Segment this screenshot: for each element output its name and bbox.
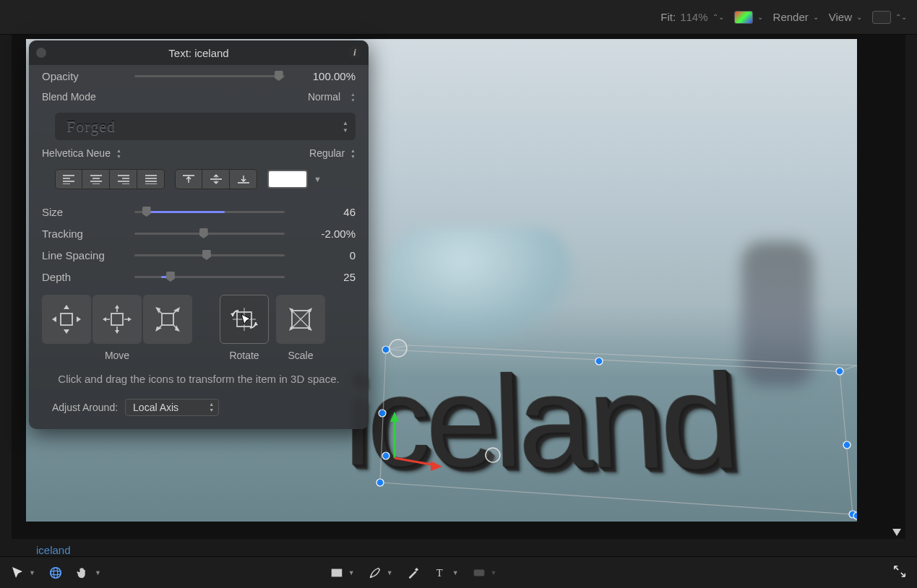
font-family-select[interactable]: Helvetica Neue bbox=[42, 147, 111, 159]
select-tool[interactable]: ▼ bbox=[10, 566, 35, 580]
chevron-down-icon: ▼ bbox=[95, 569, 101, 576]
rotate-tool[interactable] bbox=[220, 295, 269, 344]
size-slider[interactable] bbox=[134, 205, 285, 218]
text-color-well[interactable] bbox=[267, 170, 308, 189]
size-value[interactable]: 46 bbox=[290, 206, 356, 218]
handle-depth-r[interactable] bbox=[853, 512, 857, 519]
chevron-updown-icon: ▲▼ bbox=[209, 402, 214, 412]
handle-br[interactable] bbox=[849, 511, 856, 518]
tracking-value[interactable]: -2.00% bbox=[290, 228, 356, 240]
svg-point-13 bbox=[370, 576, 372, 578]
linespacing-slider[interactable] bbox=[134, 248, 285, 261]
viewer-top-bar: Fit: 114% ⌃⌄ ⌄ Render ⌄ View ⌄ ⌃⌄ bbox=[0, 0, 917, 35]
linespacing-row: Line Spacing 0 bbox=[29, 244, 369, 266]
text-tool[interactable]: T ▼ bbox=[434, 566, 459, 580]
chevron-updown-icon: ▲▼ bbox=[350, 92, 356, 103]
opacity-label: Opacity bbox=[42, 70, 129, 82]
alignment-row: ▼ bbox=[29, 163, 369, 192]
align-justify-button[interactable] bbox=[137, 169, 165, 189]
scale-label: Scale bbox=[288, 350, 313, 361]
tracking-row: Tracking -2.00% bbox=[29, 222, 369, 244]
handle-mr[interactable] bbox=[843, 441, 851, 449]
vertical-align-group bbox=[175, 169, 257, 189]
opacity-row: Opacity 100.00% bbox=[29, 65, 369, 87]
tracking-slider[interactable] bbox=[134, 227, 285, 240]
svg-rect-2 bbox=[61, 314, 72, 325]
mini-timeline-layer-name[interactable]: iceland bbox=[36, 544, 71, 556]
close-dot[interactable] bbox=[36, 48, 46, 58]
fit-label: Fit: bbox=[660, 11, 676, 23]
text-preset-select[interactable]: Forged ▲▼ bbox=[55, 113, 356, 140]
font-style-select[interactable]: Regular bbox=[309, 147, 345, 159]
mask-tool[interactable]: ▼ bbox=[472, 566, 497, 580]
pan-tool[interactable]: ▼ bbox=[76, 566, 101, 580]
hud-titlebar[interactable]: Text: iceland i bbox=[29, 40, 369, 65]
align-left-button[interactable] bbox=[55, 169, 82, 189]
align-center-button[interactable] bbox=[82, 169, 110, 189]
paint-tool[interactable] bbox=[406, 566, 421, 580]
adjust-around-select[interactable]: Local Axis ▲▼ bbox=[125, 399, 219, 416]
chevron-down-icon: ▼ bbox=[29, 569, 35, 576]
align-right-button[interactable] bbox=[110, 169, 137, 189]
text-hud-panel[interactable]: Text: iceland i Opacity 100.00% Blend Mo… bbox=[29, 40, 369, 429]
fit-value: 114% bbox=[680, 11, 707, 23]
depth-slider[interactable] bbox=[134, 270, 285, 283]
blend-row: Blend Mode Normal ▲▼ bbox=[29, 87, 369, 107]
render-menu[interactable]: Render ⌄ bbox=[773, 11, 819, 23]
move-z-tool[interactable] bbox=[143, 295, 192, 344]
chevron-down-icon: ⌄ bbox=[757, 13, 763, 21]
tracking-label: Tracking bbox=[42, 228, 129, 240]
svg-rect-16 bbox=[473, 569, 484, 576]
background-rock bbox=[741, 241, 814, 386]
chevron-updown-icon: ▲▼ bbox=[350, 148, 356, 159]
svg-point-10 bbox=[51, 571, 61, 574]
scale-tool[interactable] bbox=[276, 295, 325, 344]
svg-rect-4 bbox=[162, 314, 173, 325]
playhead-marker[interactable] bbox=[892, 529, 901, 536]
chevron-updown-icon: ▲▼ bbox=[343, 120, 348, 134]
pen-tool[interactable]: ▼ bbox=[368, 566, 393, 580]
svg-point-11 bbox=[53, 567, 57, 578]
3d-transform-tool[interactable] bbox=[48, 566, 63, 580]
rectangle-tool[interactable]: ▼ bbox=[330, 566, 355, 580]
handle-tr[interactable] bbox=[836, 368, 843, 375]
blend-value[interactable]: Normal bbox=[308, 91, 340, 103]
layout-menu[interactable]: ⌃⌄ bbox=[872, 11, 907, 24]
view-menu[interactable]: View ⌄ bbox=[829, 11, 862, 23]
move-xyz-tool[interactable] bbox=[92, 295, 142, 344]
chevron-updown-icon: ⌃⌄ bbox=[712, 13, 724, 21]
adjust-around-label: Adjust Around: bbox=[52, 402, 118, 413]
fit-control[interactable]: Fit: 114% ⌃⌄ bbox=[660, 11, 723, 23]
adjust-around-row: Adjust Around: Local Axis ▲▼ bbox=[29, 389, 369, 416]
info-icon[interactable]: i bbox=[348, 46, 361, 59]
adjust-around-value: Local Axis bbox=[133, 402, 178, 413]
bottom-toolbar: ▼ ▼ ▼ ▼ T ▼ ▼ bbox=[0, 556, 917, 588]
color-channel-menu[interactable]: ⌄ bbox=[734, 11, 763, 24]
svg-text:T: T bbox=[436, 567, 442, 579]
color-disclosure-button[interactable]: ▼ bbox=[311, 175, 322, 183]
render-label: Render bbox=[773, 11, 809, 23]
valign-top-button[interactable] bbox=[175, 169, 202, 189]
blend-label: Blend Mode bbox=[42, 91, 96, 103]
opacity-value[interactable]: 100.00% bbox=[290, 70, 356, 82]
horizontal-align-group bbox=[55, 169, 165, 189]
linespacing-value[interactable]: 0 bbox=[290, 249, 356, 261]
chevron-down-icon: ▼ bbox=[491, 569, 497, 576]
text-3d-object[interactable]: iceland bbox=[344, 344, 739, 500]
transform-hint: Click and drag the icons to transform th… bbox=[29, 361, 369, 389]
depth-row: Depth 25 bbox=[29, 266, 369, 287]
hud-title-text: Text: iceland bbox=[168, 47, 228, 59]
valign-middle-button[interactable] bbox=[202, 169, 230, 189]
move-xy-tool[interactable] bbox=[42, 295, 91, 344]
move-label: Move bbox=[105, 350, 129, 361]
chevron-down-icon: ▼ bbox=[348, 569, 355, 576]
svg-rect-14 bbox=[415, 567, 418, 571]
fullscreen-button[interactable] bbox=[892, 564, 907, 581]
opacity-slider[interactable] bbox=[134, 69, 285, 82]
depth-label: Depth bbox=[42, 271, 129, 283]
depth-value[interactable]: 25 bbox=[290, 271, 356, 283]
cursor-icon bbox=[240, 313, 254, 327]
chevron-down-icon: ▼ bbox=[452, 569, 459, 576]
valign-bottom-button[interactable] bbox=[230, 169, 257, 189]
transform-tool-row: Move Rotate Scale bbox=[29, 287, 369, 361]
